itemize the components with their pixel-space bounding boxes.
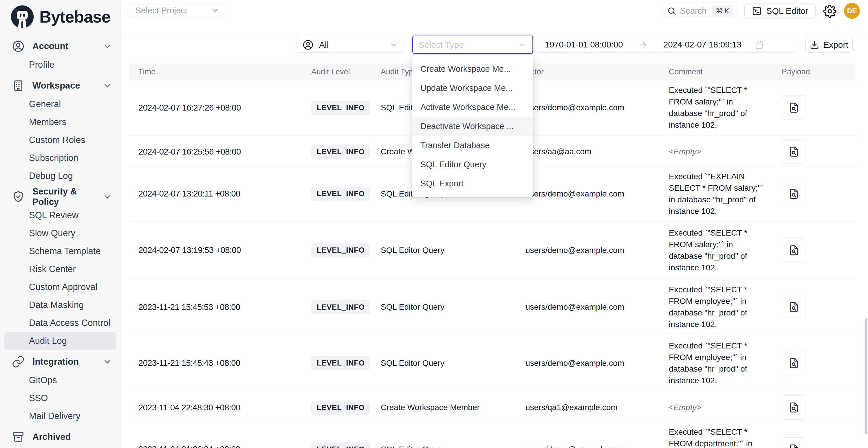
sidebar-section-label: Integration [32, 357, 79, 367]
sql-editor-button[interactable]: SQL Editor [744, 3, 815, 19]
sidebar-item-audit-log[interactable]: Audit Log [4, 332, 116, 350]
archive-icon [11, 430, 25, 444]
sidebar-item-risk-center[interactable]: Risk Center [4, 260, 116, 278]
cell-audit-type: SQL Editor Query [371, 422, 516, 448]
table-row: 2024-02-07 13:19:53 +08:00 LEVEL_INFO SQ… [129, 221, 856, 279]
view-payload-button[interactable] [782, 437, 806, 448]
menu-item-deactivate-workspace-member[interactable]: Deactivate Workspace ... [412, 117, 533, 136]
sidebar-section-security-policy[interactable]: Security & Policy [4, 187, 116, 206]
menu-item-activate-workspace-member[interactable]: Activate Workspace Me... [412, 98, 533, 117]
project-select[interactable]: Select Project [129, 3, 226, 18]
sidebar-item-debug-log[interactable]: Debug Log [4, 167, 116, 185]
cell-payload [772, 166, 856, 221]
cell-payload [772, 80, 856, 135]
sidebar-item-sso[interactable]: SSO [4, 389, 116, 407]
type-select-placeholder: Select Type [418, 40, 464, 50]
view-payload-button[interactable] [782, 395, 806, 420]
level-badge: LEVEL_INFO [311, 356, 370, 370]
view-payload-button[interactable] [782, 351, 806, 375]
table-row: 2023-11-21 15:45:53 +08:00 LEVEL_INFO SQ… [129, 279, 856, 335]
sidebar-item-mail-delivery[interactable]: Mail Delivery [4, 407, 116, 425]
cell-comment: Executed `"SELECT * FROM employee;"` in … [659, 279, 772, 335]
sidebar-section-account[interactable]: Account [4, 37, 116, 56]
sidebar-item-gitops[interactable]: GitOps [4, 371, 116, 389]
menu-item-update-workspace-member[interactable]: Update Workspace Me... [412, 78, 533, 98]
sidebar-section-integration[interactable]: Integration [4, 352, 116, 371]
sidebar-nav: Account Profile Workspace General Member… [0, 33, 120, 447]
column-header-time: Time [129, 64, 302, 80]
cell-comment: <Empty> [659, 135, 772, 168]
sidebar-item-custom-roles[interactable]: Custom Roles [4, 131, 116, 149]
column-header-payload: Payload [772, 64, 856, 80]
search-input[interactable]: Search ⌘ K [662, 4, 737, 18]
bytebase-app: Bytebase Account Profile Workspace Gener… [0, 0, 868, 448]
audit-type-select[interactable]: Select Type [412, 36, 533, 54]
cell-comment: Executed `"EXPLAIN SELECT * FROM salary;… [659, 166, 772, 221]
project-select-placeholder: Select Project [135, 6, 187, 15]
date-to[interactable]: 2024-02-07 18:09:13 [663, 40, 741, 50]
sidebar-section-workspace[interactable]: Workspace [4, 76, 116, 95]
cell-comment: Executed `"SELECT * FROM employee;"` in … [659, 335, 772, 391]
date-from[interactable]: 1970-01-01 08:00:00 [545, 40, 623, 50]
sidebar: Bytebase Account Profile Workspace Gener… [0, 0, 121, 448]
actor-filter-select[interactable]: All [296, 37, 404, 53]
view-payload-button[interactable] [782, 238, 806, 262]
menu-item-sql-export[interactable]: SQL Export [412, 174, 533, 193]
sidebar-section-archived[interactable]: Archived [4, 427, 116, 447]
cell-time: 2024-02-07 16:25:56 +08:00 [129, 135, 302, 168]
sidebar-item-schema-template[interactable]: Schema Template [4, 242, 116, 260]
cell-payload [772, 422, 856, 448]
level-badge: LEVEL_INFO [311, 442, 370, 448]
cell-actor: users/demo@example.com [516, 279, 659, 335]
scrollbar[interactable] [865, 318, 867, 434]
sidebar-section-label: Account [32, 41, 68, 52]
sidebar-item-custom-approval[interactable]: Custom Approval [4, 278, 116, 296]
sidebar-section-label: Workspace [32, 81, 80, 91]
chevron-down-icon [390, 40, 398, 49]
menu-item-create-workspace-member[interactable]: Create Workspace Me... [412, 59, 533, 78]
cell-audit-type: SQL Editor Query [371, 335, 516, 391]
date-range-picker[interactable]: 1970-01-01 08:00:00 2024-02-07 18:09:13 [537, 37, 796, 53]
view-payload-button[interactable] [782, 182, 806, 206]
arrow-right-icon [639, 40, 648, 50]
menu-item-transfer-database[interactable]: Transfer Database [412, 136, 533, 155]
cell-comment: <Empty> [659, 391, 772, 424]
cell-comment: Executed `"SELECT * FROM salary;"` in da… [659, 80, 772, 135]
download-icon [810, 40, 819, 50]
cell-time: 2024-02-07 13:19:53 +08:00 [129, 221, 302, 279]
cell-actor: users/demo@example.com [516, 422, 659, 448]
cell-actor: users/demo@example.com [516, 80, 659, 135]
view-payload-button[interactable] [782, 295, 806, 319]
level-badge: LEVEL_INFO [311, 401, 370, 415]
sidebar-item-slow-query[interactable]: Slow Query [4, 224, 116, 242]
cell-audit-type: SQL Editor Query [371, 221, 516, 279]
gear-icon[interactable] [823, 5, 836, 18]
view-payload-button[interactable] [782, 96, 806, 120]
bytebase-logo[interactable]: Bytebase [0, 0, 120, 33]
avatar[interactable]: DE [844, 3, 860, 19]
building-icon [11, 79, 25, 92]
sidebar-item-members[interactable]: Members [4, 113, 116, 131]
cell-audit-type: SQL Editor Query [371, 279, 516, 335]
cell-time: 2023-11-04 21:26:34 +08:00 [129, 422, 302, 448]
cell-payload [772, 335, 856, 391]
level-badge: LEVEL_INFO [311, 145, 370, 159]
sidebar-item-subscription[interactable]: Subscription [4, 149, 116, 167]
audit-type-dropdown-menu: Create Workspace Me... Update Workspace … [412, 55, 533, 197]
topbar: Select Project Search ⌘ K SQL Editor DE [121, 0, 868, 33]
sidebar-item-data-access-control[interactable]: Data Access Control [4, 314, 116, 332]
sidebar-item-profile[interactable]: Profile [4, 56, 116, 74]
cell-actor: users/demo@example.com [516, 335, 659, 391]
export-button[interactable]: Export [805, 37, 852, 53]
chevron-down-icon [518, 40, 527, 49]
search-shortcut-badge: ⌘ K [712, 5, 733, 17]
sidebar-item-data-masking[interactable]: Data Masking [4, 296, 116, 314]
view-payload-button[interactable] [782, 139, 806, 164]
cell-audit-level: LEVEL_INFO [302, 135, 371, 168]
sidebar-item-general[interactable]: General [4, 95, 116, 113]
sidebar-item-sql-review[interactable]: SQL Review [4, 206, 116, 224]
search-placeholder: Search [680, 6, 709, 15]
cell-payload [772, 279, 856, 335]
cell-payload [772, 135, 856, 168]
menu-item-sql-editor-query[interactable]: SQL Editor Query [412, 155, 533, 174]
